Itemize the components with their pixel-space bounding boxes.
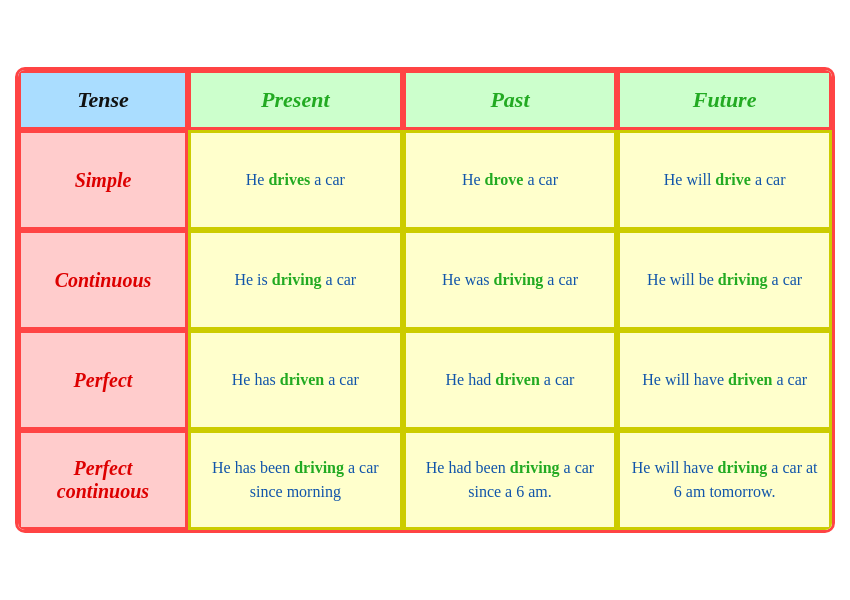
row-label-3: Perfect continuous [18,430,188,530]
data-cell-1-2: He will be driving a car [617,230,832,330]
row-label-1: Continuous [18,230,188,330]
header-present-label: Present [261,87,329,113]
row-label-text-3: Perfect continuous [27,457,179,503]
data-cell-0-2: He will drive a car [617,130,832,230]
header-past-label: Past [490,87,529,113]
data-cell-1-1: He was driving a car [403,230,618,330]
data-cell-text-1-1: He was driving a car [442,268,578,292]
header-future: Future [617,70,832,130]
row-label-text-0: Simple [75,169,132,192]
header-tense-label: Tense [77,87,129,113]
data-cell-2-1: He had driven a car [403,330,618,430]
row-label-0: Simple [18,130,188,230]
header-tense: Tense [18,70,188,130]
row-label-text-1: Continuous [55,269,152,292]
data-cell-2-2: He will have driven a car [617,330,832,430]
data-cell-3-0: He has been driving a car since morning [188,430,403,530]
data-cell-text-2-1: He had driven a car [446,368,575,392]
data-cell-text-1-2: He will be driving a car [647,268,802,292]
data-cell-text-2-2: He will have driven a car [642,368,807,392]
data-cell-text-2-0: He has driven a car [232,368,359,392]
data-cell-text-3-1: He had been driving a car since a 6 am. [414,456,607,504]
tense-grid: Tense Present Past Future SimpleHe drive… [18,70,832,530]
data-cell-3-2: He will have driving a car at 6 am tomor… [617,430,832,530]
tense-table: Tense Present Past Future SimpleHe drive… [15,67,835,533]
data-cell-text-0-1: He drove a car [462,168,558,192]
data-cell-3-1: He had been driving a car since a 6 am. [403,430,618,530]
data-cell-text-1-0: He is driving a car [234,268,356,292]
header-present: Present [188,70,403,130]
data-cell-0-1: He drove a car [403,130,618,230]
data-cell-1-0: He is driving a car [188,230,403,330]
data-cell-text-3-2: He will have driving a car at 6 am tomor… [628,456,821,504]
data-cell-0-0: He drives a car [188,130,403,230]
data-cell-2-0: He has driven a car [188,330,403,430]
data-cell-text-0-0: He drives a car [246,168,345,192]
header-past: Past [403,70,618,130]
data-cell-text-0-2: He will drive a car [664,168,786,192]
row-label-text-2: Perfect [74,369,133,392]
row-label-2: Perfect [18,330,188,430]
header-future-label: Future [693,87,757,113]
data-cell-text-3-0: He has been driving a car since morning [199,456,392,504]
